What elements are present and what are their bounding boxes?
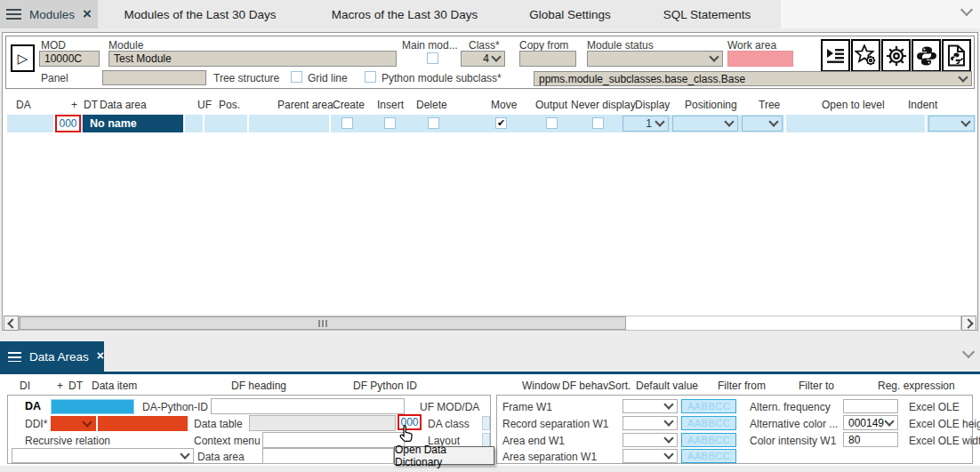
star-gear-icon xyxy=(855,44,877,67)
tab-modules-last-30-days[interactable]: Modules of the Last 30 Days xyxy=(98,0,302,28)
da-label: DA xyxy=(25,400,41,412)
python-button[interactable] xyxy=(912,39,941,72)
module-field[interactable]: Test Module xyxy=(108,51,397,67)
create-checkbox[interactable] xyxy=(341,117,353,129)
col-header-positioning: Positioning xyxy=(685,99,737,111)
tab-label: Modules of the Last 30 Days xyxy=(124,8,276,21)
close-icon[interactable]: × xyxy=(97,349,104,362)
area-end-w1-dropdown[interactable] xyxy=(623,433,678,447)
field-value: 80 xyxy=(848,434,860,446)
move-checkbox[interactable]: ✔ xyxy=(495,117,507,129)
never-display-checkbox[interactable] xyxy=(592,117,604,129)
chevron-right-icon xyxy=(963,318,973,328)
close-icon[interactable]: × xyxy=(83,6,92,21)
area-end-w1-color-field[interactable]: AABBCC xyxy=(681,433,736,447)
col-header-dt: DT xyxy=(68,380,83,392)
chevron-down-icon xyxy=(82,417,92,427)
python-file-button[interactable] xyxy=(942,39,971,72)
tree-dropdown[interactable] xyxy=(742,116,783,132)
col-header-da: DA xyxy=(16,99,31,111)
class-dropdown[interactable]: 4 xyxy=(461,51,505,67)
chevron-down-icon[interactable] xyxy=(962,346,975,358)
col-header-reg-expression: Reg. expression xyxy=(878,380,955,392)
altern-frequency-field[interactable] xyxy=(843,399,898,413)
chevron-down-icon xyxy=(663,449,673,459)
tree-structure-label: Tree structure xyxy=(213,72,279,84)
data-area-field[interactable] xyxy=(262,448,394,464)
context-menu-field[interactable] xyxy=(262,432,405,448)
data-area-cell[interactable]: No name xyxy=(83,115,183,132)
indent-dropdown[interactable] xyxy=(928,116,975,132)
col-header-dt: DT xyxy=(84,99,98,111)
python-subclass-label: Python module subclass* xyxy=(382,72,502,84)
chevron-down-icon xyxy=(768,116,778,126)
tooltip: Open Data Dictionary xyxy=(394,446,494,465)
grid-line-checkbox[interactable] xyxy=(291,71,302,83)
mod-field[interactable]: 10000C xyxy=(39,51,100,67)
module-status-dropdown[interactable] xyxy=(587,51,723,67)
chevron-left-icon xyxy=(7,318,17,328)
panel-label: Panel xyxy=(41,72,68,84)
dt-cell[interactable]: 000 xyxy=(55,115,81,132)
star-gear-button[interactable] xyxy=(851,39,880,72)
python-icon xyxy=(916,45,937,67)
tab-modules[interactable]: Modules × xyxy=(0,0,98,28)
work-area-field[interactable] xyxy=(727,51,793,67)
area-end-w1-label: Area end W1 xyxy=(502,435,565,447)
settings-button[interactable] xyxy=(881,39,911,72)
col-header-indent: Indent xyxy=(908,99,937,111)
da-class-field[interactable] xyxy=(482,416,490,430)
panel-field[interactable] xyxy=(102,70,206,85)
output-checkbox[interactable] xyxy=(546,117,558,129)
col-header-delete: Delete xyxy=(416,99,447,111)
hamburger-icon[interactable] xyxy=(6,9,21,20)
add-row-button[interactable]: + xyxy=(71,99,77,111)
display-dropdown[interactable]: 1 xyxy=(623,116,669,132)
delete-checkbox[interactable] xyxy=(428,117,439,129)
frame-w1-dropdown[interactable] xyxy=(623,399,678,413)
chevron-down-icon xyxy=(663,416,673,426)
ddi-dropdown[interactable] xyxy=(51,416,96,431)
scroll-left-button[interactable] xyxy=(4,316,19,331)
scrollbar-thumb[interactable] xyxy=(20,316,626,330)
python-subclass-dropdown[interactable]: ppms.module_subclasses.base_class.Base xyxy=(534,71,972,86)
recursive-relation-dropdown[interactable] xyxy=(12,448,194,463)
color-value: AABBCC xyxy=(687,418,730,428)
positioning-dropdown[interactable] xyxy=(672,116,738,132)
area-separation-w1-dropdown[interactable] xyxy=(623,449,678,463)
frame-w1-color-field[interactable]: AABBCC xyxy=(681,399,736,413)
col-header-filter-from: Filter from xyxy=(718,380,766,392)
da-field[interactable] xyxy=(51,399,134,414)
insert-checkbox[interactable] xyxy=(384,117,396,129)
data-table-field[interactable] xyxy=(249,415,396,431)
mod-label: MOD xyxy=(41,39,66,52)
tab-global-settings[interactable]: Global Settings xyxy=(507,0,633,28)
tab-sql-statements[interactable]: SQL Statements xyxy=(633,0,781,28)
df-heading-field[interactable] xyxy=(211,398,405,414)
col-header-output: Output xyxy=(535,99,567,111)
grip-icon xyxy=(325,320,327,327)
add-item-button[interactable]: + xyxy=(57,380,63,392)
col-header-di: DI xyxy=(20,380,30,392)
copy-from-field[interactable] xyxy=(519,51,576,67)
chevron-down-icon xyxy=(180,449,189,459)
alternative-color-dropdown[interactable]: 000149 xyxy=(843,415,898,430)
col-header-insert: Insert xyxy=(377,99,404,111)
tab-macros-last-30-days[interactable]: Macros of the Last 30 Days xyxy=(302,0,507,28)
ddi-field[interactable] xyxy=(98,416,188,431)
run-module-button[interactable]: ▷ xyxy=(11,44,35,72)
run-list-button[interactable] xyxy=(821,39,850,72)
chevron-down-icon xyxy=(663,433,673,443)
scroll-right-button[interactable] xyxy=(961,316,976,331)
area-separation-w1-color-field[interactable]: AABBCC xyxy=(681,449,736,463)
tab-label: Macros of the Last 30 Days xyxy=(332,8,478,21)
main-mod-checkbox[interactable] xyxy=(427,52,438,64)
hamburger-icon[interactable] xyxy=(8,352,21,362)
col-header-parent-area: Parent area xyxy=(277,99,333,111)
record-separation-w1-color-field[interactable]: AABBCC xyxy=(681,416,736,430)
tab-data-areas[interactable]: Data Areas × xyxy=(0,341,104,372)
color-intensity-w1-field[interactable]: 80 xyxy=(843,432,898,447)
python-subclass-checkbox[interactable] xyxy=(365,71,376,83)
chevron-down-icon xyxy=(960,116,970,126)
record-separation-w1-dropdown[interactable] xyxy=(623,416,678,430)
